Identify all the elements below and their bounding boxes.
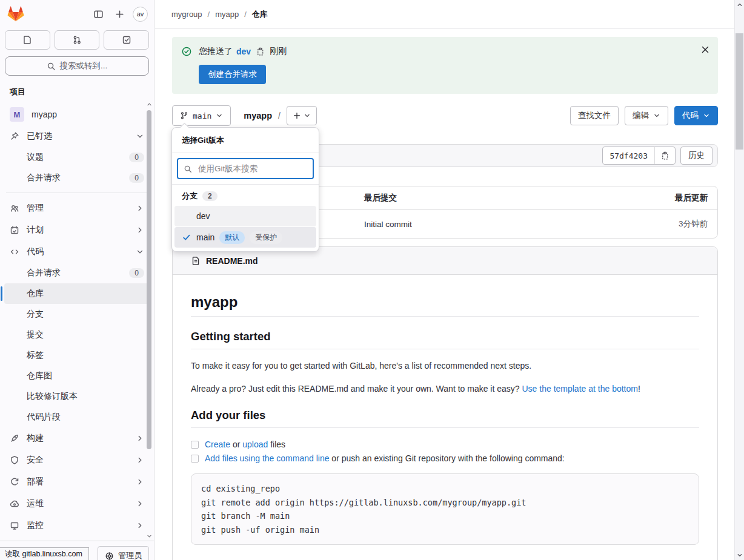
count-badge: 0 xyxy=(129,173,144,183)
push-alert: 您推送了 dev 刚刚 创建合并请求 xyxy=(172,37,718,94)
scrollbar-thumb[interactable] xyxy=(147,110,151,449)
sidebar-item-secure[interactable]: 安全 xyxy=(4,449,150,471)
readme-paragraph: To make it easy for you to get started w… xyxy=(191,359,699,372)
scroll-up-icon[interactable] xyxy=(735,0,744,10)
create-link[interactable]: Create xyxy=(205,440,230,449)
sidebar-item-monitor[interactable]: 监控 xyxy=(4,515,150,536)
branch-icon xyxy=(180,111,188,120)
shield-icon xyxy=(10,455,19,465)
branch-option-main[interactable]: main 默认 受保护 xyxy=(174,227,316,248)
scroll-down-icon[interactable] xyxy=(146,532,152,539)
todos-shortcut-button[interactable] xyxy=(104,30,149,50)
readme-section-heading: Add your files xyxy=(191,409,699,428)
sidebar-divider xyxy=(6,193,148,193)
commit-sha[interactable]: 57df4203 xyxy=(603,147,654,164)
deploy-icon xyxy=(10,477,19,487)
sidebar-toggle-icon[interactable] xyxy=(90,6,106,22)
sidebar-item-commits[interactable]: 提交 xyxy=(4,324,150,345)
toolbar-path-separator: / xyxy=(278,111,281,120)
close-icon[interactable] xyxy=(700,45,710,54)
check-icon xyxy=(182,232,191,242)
file-icon xyxy=(191,256,201,266)
main-content: mygroup / myapp / 仓库 您推送了 dev xyxy=(155,0,734,560)
branch-count-badge: 2 xyxy=(202,191,218,201)
sidebar-section-label: 项目 xyxy=(0,81,154,104)
search-input[interactable]: 搜索或转到... xyxy=(5,56,149,76)
command-line-link[interactable]: Add files using the command line xyxy=(205,453,329,463)
check-circle-icon xyxy=(182,47,191,56)
sidebar-item-code[interactable]: 代码 xyxy=(4,241,150,263)
branch-selector-button[interactable]: main xyxy=(172,105,231,126)
default-badge: 默认 xyxy=(219,231,245,244)
template-link[interactable]: Use the template at the bottom xyxy=(522,384,638,394)
edit-dropdown-button[interactable]: 编辑 xyxy=(625,106,668,125)
ref-search-input[interactable] xyxy=(197,163,307,174)
admin-area-button[interactable]: 管理员 xyxy=(98,546,149,560)
upload-link[interactable]: upload xyxy=(242,440,268,449)
branch-list: dev main 默认 受保护 xyxy=(172,206,319,251)
chevron-right-icon xyxy=(136,478,144,486)
branches-section-header: 分支 2 xyxy=(172,185,319,205)
sidebar-item-manage[interactable]: 管理 xyxy=(4,197,150,219)
alert-message: 您推送了 dev 刚刚 xyxy=(199,46,287,57)
scrollbar-thumb[interactable] xyxy=(736,33,743,150)
gitlab-app: av 搜索或转到... 项目 M myapp xyxy=(0,0,744,560)
admin-icon xyxy=(105,552,114,560)
history-button[interactable]: 历史 xyxy=(680,147,712,165)
sidebar-item-build[interactable]: 构建 xyxy=(4,427,150,449)
sidebar-item-snippets[interactable]: 代码片段 xyxy=(4,407,150,427)
copy-branch-icon[interactable] xyxy=(256,47,265,56)
code-icon xyxy=(10,247,19,257)
sidebar-item-repository[interactable]: 仓库 xyxy=(4,283,150,304)
breadcrumb-group-link[interactable]: mygroup xyxy=(171,10,202,19)
sidebar-item-compare[interactable]: 比较修订版本 xyxy=(4,386,150,407)
sidebar-item-tags[interactable]: 标签 xyxy=(4,345,150,366)
sidebar-scrollbar[interactable] xyxy=(146,100,152,539)
sidebar-item-operate[interactable]: 运维 xyxy=(4,493,150,515)
sidebar-item-deploy[interactable]: 部署 xyxy=(4,471,150,493)
sidebar-shortcuts xyxy=(0,28,154,54)
readme-paragraph: Already a pro? Just edit this README.md … xyxy=(191,382,699,395)
chevron-down-icon xyxy=(136,132,144,140)
sidebar-item-pinned-merge-requests[interactable]: 合并请求 0 xyxy=(4,168,150,188)
search-icon xyxy=(47,62,56,71)
readme-card: README.md myapp Getting started To make … xyxy=(172,246,718,560)
sidebar-item-pinned[interactable]: 已钉选 xyxy=(4,125,150,147)
issues-shortcut-button[interactable] xyxy=(5,30,50,50)
project-name: myapp xyxy=(32,110,144,119)
copy-sha-icon[interactable] xyxy=(654,147,675,164)
sidebar-item-repo-graph[interactable]: 仓库图 xyxy=(4,366,150,386)
chevron-down-icon xyxy=(703,112,710,119)
commit-message-link[interactable]: Initial commit xyxy=(364,220,602,229)
add-file-dropdown-button[interactable] xyxy=(287,106,317,125)
sidebar-item-project[interactable]: M myapp xyxy=(4,104,150,125)
create-new-icon[interactable] xyxy=(111,6,127,22)
find-file-button[interactable]: 查找文件 xyxy=(570,106,619,125)
scroll-down-icon[interactable] xyxy=(735,550,744,560)
calendar-icon xyxy=(10,225,19,235)
chevron-right-icon xyxy=(136,434,144,443)
gitlab-logo[interactable] xyxy=(7,6,24,22)
column-last-update: 最后更新 xyxy=(602,193,717,203)
chevron-down-icon xyxy=(136,248,144,256)
chevron-right-icon xyxy=(136,521,144,530)
monitor-icon xyxy=(10,521,19,530)
branch-option-dev[interactable]: dev xyxy=(174,206,316,226)
breadcrumb-separator: / xyxy=(244,10,247,19)
sidebar-item-branches[interactable]: 分支 xyxy=(4,304,150,324)
user-avatar[interactable]: av xyxy=(133,7,148,22)
page-scrollbar[interactable] xyxy=(734,0,744,560)
merge-requests-shortcut-button[interactable] xyxy=(55,30,100,50)
sidebar-item-plan[interactable]: 计划 xyxy=(4,219,150,241)
code-dropdown-button[interactable]: 代码 xyxy=(674,106,718,125)
sidebar-item-pinned-issues[interactable]: 议题 0 xyxy=(4,147,150,168)
breadcrumb-project-link[interactable]: myapp xyxy=(215,10,239,19)
scroll-up-icon[interactable] xyxy=(146,100,152,108)
chevron-right-icon xyxy=(136,499,144,508)
branch-link[interactable]: dev xyxy=(236,47,251,56)
chevron-right-icon xyxy=(136,456,144,464)
create-merge-request-button[interactable]: 创建合并请求 xyxy=(199,65,266,84)
count-badge: 0 xyxy=(129,153,144,162)
sidebar-item-merge-requests[interactable]: 合并请求 0 xyxy=(4,263,150,283)
readme-body: myapp Getting started To make it easy fo… xyxy=(173,275,717,560)
